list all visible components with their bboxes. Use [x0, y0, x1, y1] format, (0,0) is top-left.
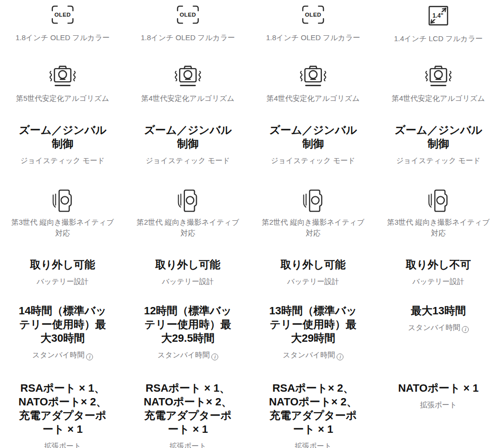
display-spec-col3: 1.8インチ OLED フルカラー	[250, 4, 376, 63]
info-icon[interactable]: i	[337, 354, 343, 360]
zoom-gimbal-spec-col1: ズーム／ジンバル 制御 ジョイスティック モード	[0, 123, 125, 188]
zoom-gimbal-label: ジョイスティック モード	[396, 155, 481, 166]
display-spec-text: 1.8インチ OLED フルカラー	[266, 32, 361, 43]
vertical-shooting-text: 第3世代 縦向き撮影ネイティブ 対応	[387, 217, 490, 238]
stabilization-spec-col2: 第4世代安定化アルゴリズム	[125, 63, 250, 123]
zoom-gimbal-value: ズーム／ジンバル 制御	[394, 123, 482, 151]
camera-stabilization-icon	[47, 63, 78, 89]
standby-time-label: スタンバイ時間i	[408, 322, 469, 333]
zoom-gimbal-spec-col2: ズーム／ジンバル 制御 ジョイスティック モード	[125, 123, 250, 188]
zoom-gimbal-value: ズーム／ジンバル 制御	[269, 123, 357, 151]
expansion-ports-label: 拡張ポート	[420, 400, 457, 410]
standby-time-label-text: スタンバイ時間	[32, 351, 85, 359]
expansion-ports-value: RSAポート× 2、 NATOポート× 2、 充電アダプターポ ート × 1	[269, 381, 358, 436]
expansion-ports-value: RSAポート × 1、 NATOポート× 2、 充電アダプターポ ート × 1	[19, 381, 107, 436]
standby-time-label: スタンバイ時間i	[283, 350, 343, 360]
standby-time-value: 最大13時間	[411, 304, 466, 318]
standby-time-value: 13時間（標準バッ テリー使用時）最 大29時間	[269, 304, 357, 345]
battery-design-value: 取り外し不可	[406, 258, 471, 272]
display-spec-col4: 1.4インチ LCD フルカラー	[376, 4, 501, 63]
portrait-camera-icon	[301, 188, 325, 214]
zoom-gimbal-value: ズーム／ジンバル 制御	[19, 123, 106, 151]
camera-stabilization-icon	[297, 63, 329, 89]
vertical-shooting-spec-col1: 第3世代 縦向き撮影ネイティブ 対応	[0, 188, 125, 258]
display-spec-text: 1.8インチ OLED フルカラー	[141, 32, 235, 43]
battery-design-spec-col4: 取り外し不可 バッテリー設計	[376, 258, 501, 304]
expansion-ports-spec-col4: NATOポート × 1 拡張ポート	[376, 381, 501, 448]
standby-time-value: 12時間（標準バッ テリー使用時）最 大29.5時間	[144, 304, 232, 345]
camera-stabilization-icon	[423, 63, 454, 89]
display-spec-col1: 1.8インチ OLED フルカラー	[0, 4, 125, 63]
vertical-shooting-spec-col3: 第2世代 縦向き撮影ネイティブ 対応	[250, 188, 376, 258]
expansion-ports-value: NATOポート × 1	[398, 381, 479, 395]
expansion-ports-label: 拡張ポート	[295, 441, 332, 448]
battery-design-spec-col2: 取り外し可能 バッテリー設計	[125, 258, 250, 304]
standby-time-value: 14時間（標準バッ テリー使用時）最 大30時間	[19, 304, 107, 345]
expansion-ports-spec-col1: RSAポート × 1、 NATOポート× 2、 充電アダプターポ ート × 1 …	[0, 381, 125, 448]
stabilization-spec-col3: 第4世代安定化アルゴリズム	[250, 63, 376, 123]
standby-time-label: スタンバイ時間i	[158, 350, 218, 360]
standby-time-spec-col1: 14時間（標準バッ テリー使用時）最 大30時間 スタンバイ時間i	[0, 304, 125, 381]
portrait-camera-icon	[51, 188, 74, 214]
vertical-shooting-spec-col4: 第3世代 縦向き撮影ネイティブ 対応	[376, 188, 501, 258]
portrait-camera-icon	[427, 188, 450, 214]
camera-stabilization-icon	[172, 63, 204, 89]
standby-time-label: スタンバイ時間i	[32, 350, 93, 360]
battery-design-value: 取り外し可能	[30, 258, 95, 272]
oled-display-icon	[300, 4, 326, 25]
expansion-ports-value: RSAポート × 1、 NATOポート× 2、 充電アダプターポ ート × 1	[144, 381, 232, 436]
stabilization-spec-text: 第4世代安定化アルゴリズム	[141, 93, 234, 104]
oled-display-icon	[50, 4, 75, 25]
zoom-gimbal-spec-col4: ズーム／ジンバル 制御 ジョイスティック モード	[376, 123, 501, 188]
expansion-ports-spec-col2: RSAポート × 1、 NATOポート× 2、 充電アダプターポ ート × 1 …	[125, 381, 250, 448]
info-icon[interactable]: i	[86, 354, 93, 360]
vertical-shooting-text: 第2世代 縦向き撮影ネイティブ 対応	[262, 217, 364, 238]
display-spec-text: 1.8インチ OLED フルカラー	[16, 32, 110, 43]
stabilization-spec-text: 第4世代安定化アルゴリズム	[267, 93, 360, 104]
vertical-shooting-text: 第2世代 縦向き撮影ネイティブ 対応	[137, 217, 239, 238]
battery-design-spec-col1: 取り外し可能 バッテリー設計	[0, 258, 125, 304]
battery-design-label: バッテリー設計	[162, 276, 214, 287]
standby-time-label-text: スタンバイ時間	[283, 351, 335, 359]
stabilization-spec-col1: 第5世代安定化アルゴリズム	[0, 63, 125, 123]
info-icon[interactable]: i	[211, 354, 218, 360]
zoom-gimbal-value: ズーム／ジンバル 制御	[144, 123, 231, 151]
expansion-ports-spec-col3: RSAポート× 2、 NATOポート× 2、 充電アダプターポ ート × 1 拡…	[250, 381, 376, 448]
standby-time-label-text: スタンバイ時間	[408, 323, 460, 331]
standby-time-spec-col4: 最大13時間 スタンバイ時間i	[376, 304, 501, 381]
zoom-gimbal-label: ジョイスティック モード	[271, 155, 356, 166]
stabilization-spec-text: 第4世代安定化アルゴリズム	[392, 93, 485, 104]
battery-design-value: 取り外し可能	[155, 258, 220, 272]
stabilization-spec-col4: 第4世代安定化アルゴリズム	[376, 63, 501, 123]
battery-design-label: バッテリー設計	[287, 276, 339, 287]
lcd-display-icon	[428, 5, 449, 26]
battery-design-label: バッテリー設計	[412, 276, 464, 287]
expansion-ports-label: 拡張ポート	[44, 441, 81, 448]
zoom-gimbal-label: ジョイスティック モード	[21, 155, 105, 166]
battery-design-label: バッテリー設計	[37, 276, 89, 287]
battery-design-spec-col3: 取り外し可能 バッテリー設計	[250, 258, 376, 304]
expansion-ports-label: 拡張ポート	[169, 441, 206, 448]
vertical-shooting-text: 第3世代 縦向き撮影ネイティブ 対応	[11, 217, 114, 238]
zoom-gimbal-spec-col3: ズーム／ジンバル 制御 ジョイスティック モード	[250, 123, 376, 188]
portrait-camera-icon	[176, 188, 200, 214]
display-spec-col2: 1.8インチ OLED フルカラー	[125, 4, 250, 63]
oled-display-icon	[175, 4, 201, 25]
comparison-grid: 1.8インチ OLED フルカラー 1.8インチ OLED フルカラー 1.8イ…	[0, 0, 501, 448]
standby-time-spec-col3: 13時間（標準バッ テリー使用時）最 大29時間 スタンバイ時間i	[250, 304, 376, 381]
info-icon[interactable]: i	[462, 326, 469, 333]
vertical-shooting-spec-col2: 第2世代 縦向き撮影ネイティブ 対応	[125, 188, 250, 258]
standby-time-label-text: スタンバイ時間	[158, 351, 210, 359]
display-spec-text: 1.4インチ LCD フルカラー	[394, 33, 483, 44]
standby-time-spec-col2: 12時間（標準バッ テリー使用時）最 大29.5時間 スタンバイ時間i	[125, 304, 250, 381]
stabilization-spec-text: 第5世代安定化アルゴリズム	[16, 93, 109, 104]
battery-design-value: 取り外し可能	[280, 258, 345, 272]
zoom-gimbal-label: ジョイスティック モード	[146, 155, 230, 166]
